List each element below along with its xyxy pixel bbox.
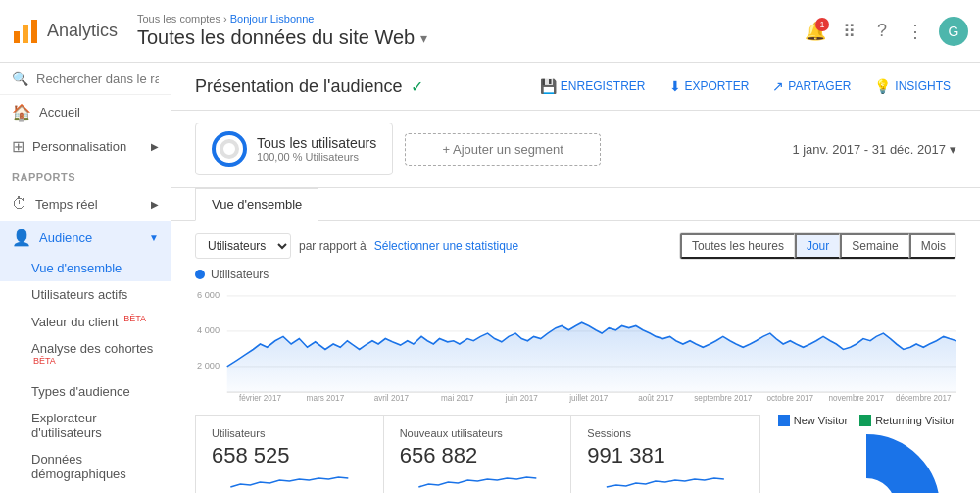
pie-legend: New Visitor Returning Visitor bbox=[776, 415, 956, 426]
segment-name: Tous les utilisateurs bbox=[257, 135, 376, 151]
pie-legend-returning-visitor: Returning Visitor bbox=[859, 415, 955, 426]
period-all-button[interactable]: Toutes les heures bbox=[680, 233, 795, 259]
metric-card-sessions: Sessions 991 381 bbox=[571, 416, 760, 493]
sidebar-item-home[interactable]: 🏠 Accueil bbox=[0, 95, 171, 129]
sidebar-sub-explorateur[interactable]: Explorateur d'utilisateurs bbox=[0, 405, 171, 446]
sidebar-item-personalisation[interactable]: ⊞ Personnalisation ▶ bbox=[0, 129, 171, 164]
tab-overview[interactable]: Vue d'ensemble bbox=[195, 188, 318, 221]
user-avatar[interactable]: G bbox=[939, 17, 968, 46]
metric-title-users: Utilisateurs bbox=[212, 427, 368, 439]
svg-text:février 2017: février 2017 bbox=[239, 393, 281, 403]
svg-text:octobre 2017: octobre 2017 bbox=[766, 393, 813, 403]
date-range-arrow: ▾ bbox=[950, 142, 956, 157]
home-icon: 🏠 bbox=[12, 103, 31, 122]
metric-title-sessions: Sessions bbox=[587, 427, 744, 439]
returning-visitor-color bbox=[859, 415, 871, 426]
content-area: Présentation de l'audience ✓ 💾 ENREGISTR… bbox=[172, 63, 980, 493]
returning-visitor-label: Returning Visitor bbox=[875, 415, 955, 426]
metric-select[interactable]: Utilisateurs bbox=[195, 233, 291, 259]
sidebar-sub-vue-ensemble[interactable]: Vue d'ensemble bbox=[0, 255, 171, 281]
svg-text:décembre 2017: décembre 2017 bbox=[896, 393, 952, 403]
insights-button[interactable]: 💡 INSIGHTS bbox=[868, 74, 956, 98]
page-title-area: Présentation de l'audience ✓ bbox=[195, 76, 423, 97]
insights-icon: 💡 bbox=[874, 78, 891, 94]
sidebar-sub-types[interactable]: Types d'audience bbox=[0, 378, 171, 405]
add-segment-label: + Ajouter un segment bbox=[443, 142, 564, 157]
clock-icon: ⏱ bbox=[12, 195, 27, 213]
new-visitor-color bbox=[778, 415, 790, 426]
search-input[interactable] bbox=[36, 72, 159, 86]
main-layout: 🔍 🏠 Accueil ⊞ Personnalisation ▶ RAPPORT… bbox=[0, 63, 980, 493]
metric-title-new-users: Nouveaux utilisateurs bbox=[400, 427, 556, 439]
svg-text:20.4%: 20.4% bbox=[834, 468, 863, 480]
sidebar-item-home-label: Accueil bbox=[39, 105, 80, 120]
sidebar-item-centres[interactable]: Centres d'intérêt ▶ bbox=[0, 487, 171, 493]
sidebar-item-realtime[interactable]: ⏱ Temps réel ▶ bbox=[0, 187, 171, 221]
sidebar-sub-valeur-client[interactable]: Valeur du client BÊTA bbox=[0, 308, 171, 335]
top-bar: Analytics Tous les comptes › Bonjour Lis… bbox=[0, 0, 980, 63]
svg-text:juin 2017: juin 2017 bbox=[505, 393, 538, 403]
person-icon: 👤 bbox=[12, 228, 31, 247]
segment-text: Tous les utilisateurs 100,00 % Utilisate… bbox=[257, 135, 376, 163]
metrics-grid: Utilisateurs 658 525 Nouveaux utilisateu… bbox=[195, 415, 760, 493]
svg-text:septembre 2017: septembre 2017 bbox=[694, 393, 752, 403]
app-title: Analytics bbox=[47, 21, 118, 41]
analytics-logo bbox=[12, 18, 39, 45]
par-rapport-label: par rapport à bbox=[299, 239, 367, 253]
date-range-text: 1 janv. 2017 - 31 déc. 2017 bbox=[792, 142, 946, 157]
metric-card-users: Utilisateurs 658 525 bbox=[196, 416, 384, 493]
chart-container: 6 000 4 000 2 000 bbox=[195, 285, 956, 403]
sidebar-sub-utilisateurs-actifs[interactable]: Utilisateurs actifs bbox=[0, 281, 171, 308]
pie-section: New Visitor Returning Visitor 79.6% bbox=[760, 415, 956, 493]
svg-text:6 000: 6 000 bbox=[197, 289, 220, 300]
chart-area: Utilisateurs 6 000 4 000 2 000 bbox=[172, 264, 980, 407]
help-icon[interactable]: ? bbox=[872, 22, 892, 41]
sidebar-item-audience[interactable]: 👤 Audience ▼ bbox=[0, 221, 171, 255]
apps-icon[interactable]: ⠿ bbox=[839, 22, 858, 41]
sparkline-new-users bbox=[400, 472, 556, 492]
date-range[interactable]: 1 janv. 2017 - 31 déc. 2017 ▾ bbox=[792, 142, 956, 157]
export-button[interactable]: ⬇ EXPORTER bbox=[663, 74, 756, 98]
pie-chart: 79.6% 20.4% bbox=[793, 434, 940, 493]
users-legend-dot bbox=[195, 270, 205, 279]
sparkline-sessions bbox=[587, 472, 744, 492]
share-button[interactable]: ↗ PARTAGER bbox=[766, 74, 857, 98]
add-segment-button[interactable]: + Ajouter un segment bbox=[405, 133, 601, 166]
content-header: Présentation de l'audience ✓ 💾 ENREGISTR… bbox=[172, 63, 980, 111]
line-chart: 6 000 4 000 2 000 bbox=[195, 285, 956, 403]
header-actions: 💾 ENREGISTRER ⬇ EXPORTER ↗ PARTAGER 💡 IN… bbox=[534, 74, 956, 98]
svg-text:août 2017: août 2017 bbox=[638, 393, 674, 403]
save-button[interactable]: 💾 ENREGISTRER bbox=[534, 74, 652, 98]
select-stat-link[interactable]: Sélectionner une statistique bbox=[374, 239, 518, 253]
metric-value-users: 658 525 bbox=[212, 443, 368, 468]
metrics-grid-container: Utilisateurs 658 525 Nouveaux utilisateu… bbox=[195, 415, 760, 493]
save-icon: 💾 bbox=[540, 78, 557, 94]
logo-area: Analytics bbox=[12, 18, 129, 45]
segment-chip-all-users[interactable]: Tous les utilisateurs 100,00 % Utilisate… bbox=[195, 123, 393, 175]
grid-icon: ⊞ bbox=[12, 137, 24, 156]
site-selector[interactable]: Toutes les données du site Web ▾ bbox=[137, 26, 806, 49]
site-dropdown-arrow: ▾ bbox=[420, 30, 427, 46]
svg-rect-1 bbox=[23, 25, 28, 43]
period-month-button[interactable]: Mois bbox=[909, 233, 956, 259]
more-icon[interactable]: ⋮ bbox=[906, 22, 925, 41]
sidebar-sub-analyse[interactable]: Analyse des cohortes BÊTA bbox=[0, 335, 171, 377]
svg-point-21 bbox=[815, 457, 918, 494]
export-icon: ⬇ bbox=[669, 78, 681, 94]
top-icons: 🔔 1 ⠿ ? ⋮ G bbox=[806, 17, 968, 46]
notification-icon[interactable]: 🔔 1 bbox=[806, 22, 825, 41]
search-box: 🔍 bbox=[0, 63, 171, 95]
personalisation-expand-icon: ▶ bbox=[151, 141, 159, 152]
metric-value-new-users: 656 882 bbox=[400, 443, 556, 468]
chart-controls: Utilisateurs par rapport à Sélectionner … bbox=[172, 221, 980, 264]
sidebar-sub-donnees-demo[interactable]: Données démographiques bbox=[0, 446, 171, 487]
reports-section-header: RAPPORTS bbox=[0, 164, 171, 187]
pie-legend-new-visitor: New Visitor bbox=[778, 415, 848, 426]
period-day-button[interactable]: Jour bbox=[795, 233, 840, 259]
segment-sub: 100,00 % Utilisateurs bbox=[257, 151, 376, 163]
new-visitor-label: New Visitor bbox=[794, 415, 848, 426]
svg-text:mars 2017: mars 2017 bbox=[307, 393, 345, 403]
period-week-button[interactable]: Semaine bbox=[840, 233, 908, 259]
svg-text:mai 2017: mai 2017 bbox=[441, 393, 474, 403]
audience-expand-icon: ▼ bbox=[149, 232, 159, 243]
